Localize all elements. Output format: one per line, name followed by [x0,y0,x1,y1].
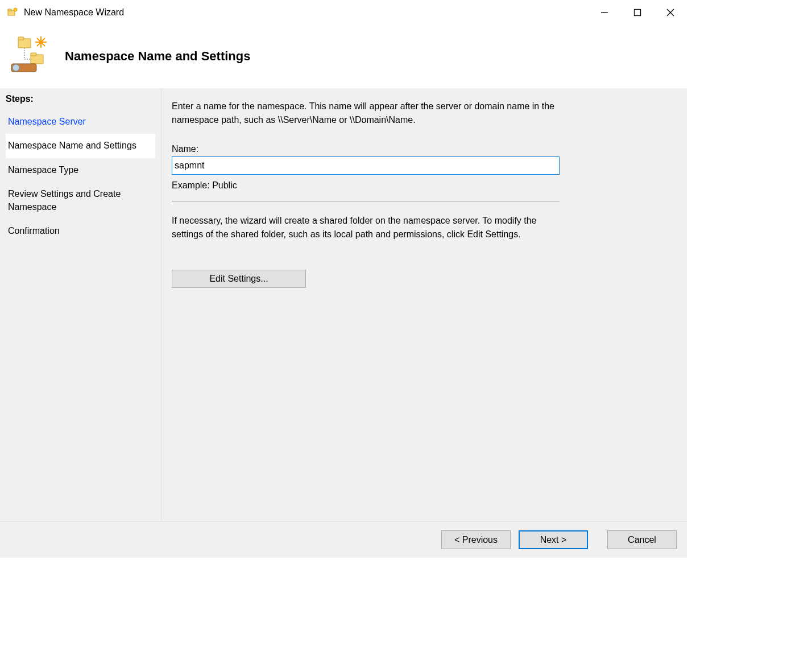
svg-rect-4 [635,10,641,16]
svg-rect-8 [18,37,24,40]
wizard-footer: < Previous Next > Cancel [0,521,687,558]
svg-point-18 [13,64,19,71]
step-review-create: Review Settings and Create Namespace [6,182,155,219]
wizard-header: Namespace Name and Settings [0,25,687,88]
steps-heading: Steps: [6,94,155,104]
cancel-button[interactable]: Cancel [607,530,677,549]
minimize-button[interactable] [588,0,621,25]
wizard-body: Steps: Namespace Server Namespace Name a… [0,88,687,521]
step-namespace-type: Namespace Type [6,158,155,182]
step-namespace-name-settings[interactable]: Namespace Name and Settings [6,134,155,158]
wizard-content: Enter a name for the namespace. This nam… [161,88,687,521]
close-button[interactable] [654,0,687,25]
edit-settings-button[interactable]: Edit Settings... [172,270,306,288]
window-controls [588,0,687,25]
next-button[interactable]: Next > [519,530,588,549]
step-namespace-server[interactable]: Namespace Server [6,110,155,134]
svg-rect-16 [31,53,36,56]
titlebar: New Namespace Wizard [0,0,687,25]
svg-point-2 [14,8,17,11]
wizard-window: New Namespace Wizard [0,0,687,558]
separator [172,201,560,201]
wizard-page-title: Namespace Name and Settings [65,49,250,64]
window-title: New Namespace Wizard [24,7,124,18]
step-confirmation: Confirmation [6,219,155,243]
namespace-header-icon [8,36,48,76]
instruction2-text: If necessary, the wizard will create a s… [172,214,570,241]
previous-button[interactable]: < Previous [441,530,511,549]
instruction-text: Enter a name for the namespace. This nam… [172,100,570,127]
namespace-wizard-icon [7,7,18,18]
svg-rect-1 [8,9,11,11]
namespace-name-input[interactable] [172,156,560,175]
steps-sidebar: Steps: Namespace Server Namespace Name a… [0,88,161,521]
name-field-label: Name: [172,144,671,154]
example-text: Example: Public [172,180,671,191]
maximize-button[interactable] [621,0,654,25]
